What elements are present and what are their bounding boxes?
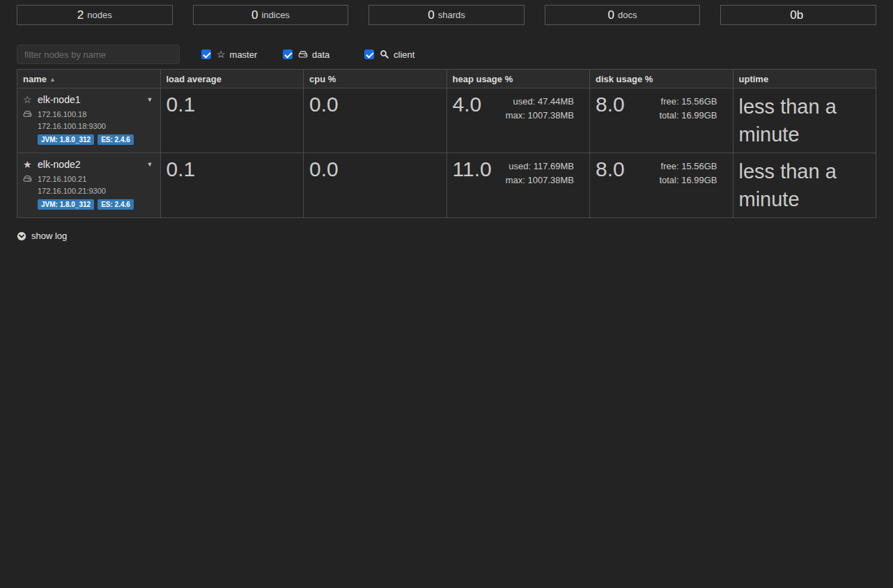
cpu-value: 0.0 [309,93,441,117]
column-header-cpu[interactable]: cpu % [304,70,447,88]
load-average-cell: 0.1 [160,88,304,153]
node-name[interactable]: elk-node2 [38,159,81,170]
chevron-circle-down-icon [17,231,26,241]
cpu-value: 0.0 [309,157,441,182]
heap-detail: used: 117.69MB max: 1007.38MB [506,160,584,187]
stat-value: 0 [251,8,258,22]
nodes-table: name▲ load average cpu % heap usage % di… [17,69,876,218]
heap-used: used: 47.44MB [506,95,574,109]
chevron-down-icon[interactable]: ▼ [147,96,155,103]
stat-box-docs[interactable]: 0 docs [545,5,701,25]
node-badges: JVM: 1.8.0_312 ES: 2.4.6 [23,134,155,145]
stat-box-shards[interactable]: 0 shards [368,5,525,25]
disk-free: free: 15.56GB [659,160,717,173]
hdd-icon [23,109,38,118]
node-transport-address: 172.16.100.18:9300 [23,122,155,130]
node-row-elk-node2: ★ elk-node2 ▼ 172.16.100.21 [17,153,876,218]
es-version-badge: ES: 2.4.6 [98,199,134,210]
column-header-uptime[interactable]: uptime [733,70,876,88]
stat-box-nodes[interactable]: 2 nodes [17,5,173,25]
heap-max: max: 1007.38MB [506,173,574,187]
stat-label: nodes [87,10,111,20]
node-ip: 172.16.100.21 [38,175,86,183]
jvm-version-badge: JVM: 1.8.0_312 [38,134,94,145]
disk-usage-cell: 8.0 free: 15.56GB total: 16.99GB [590,88,733,153]
column-header-label: name [23,74,47,84]
sort-asc-icon: ▲ [49,76,56,83]
cpu-cell: 0.0 [304,88,447,153]
column-header-label: heap usage % [453,74,513,84]
column-header-disk-usage[interactable]: disk usage % [590,70,733,88]
filter-client-label: client [394,49,414,60]
column-header-label: load average [166,74,222,84]
uptime-cell: less than a minute [733,153,876,218]
node-name-cell: ★ elk-node2 ▼ 172.16.100.21 [17,153,161,218]
column-header-load-average[interactable]: load average [160,70,304,88]
es-version-badge: ES: 2.4.6 [98,134,134,145]
node-ip-line: 172.16.100.18 [23,109,155,118]
checkbox-checked-icon[interactable] [364,49,374,59]
star-filled-icon: ★ [23,159,38,170]
node-transport-address: 172.16.100.21:9300 [23,187,155,195]
stat-value: 2 [77,8,84,22]
uptime-value: less than a minute [739,157,871,213]
node-ip-line: 172.16.100.21 [23,174,155,183]
stat-label: shards [438,10,465,20]
heap-max: max: 1007.38MB [506,109,574,123]
column-header-label: cpu % [309,74,336,84]
table-header-row: name▲ load average cpu % heap usage % di… [17,70,876,88]
heap-detail: used: 47.44MB max: 1007.38MB [506,95,584,123]
stat-label: docs [618,10,637,20]
node-title[interactable]: ★ elk-node2 ▼ [23,159,155,170]
stat-label: indices [261,10,289,20]
star-icon: ☆ [217,49,226,59]
node-name[interactable]: elk-node1 [38,94,81,105]
disk-pct-value: 8.0 [596,93,625,117]
node-ip: 172.16.100.18 [38,110,86,118]
node-title[interactable]: ☆ elk-node1 ▼ [23,94,155,105]
heap-usage-cell: 11.0 used: 117.69MB max: 1007.38MB [446,153,590,218]
hdd-icon [298,49,308,59]
disk-total: total: 16.99GB [659,173,717,187]
filter-data-checkbox[interactable]: data [283,49,364,60]
heap-pct-value: 11.0 [453,157,492,182]
jvm-version-badge: JVM: 1.8.0_312 [38,199,94,210]
chevron-down-icon[interactable]: ▼ [147,161,155,168]
node-row-elk-node1: ☆ elk-node1 ▼ 172.16.100.18 [17,88,876,153]
filter-master-label: master [230,49,258,60]
disk-total: total: 16.99GB [659,109,717,123]
disk-free: free: 15.56GB [659,95,717,109]
disk-detail: free: 15.56GB total: 16.99GB [659,95,727,123]
filter-data-label: data [312,49,329,60]
filter-row: ☆ master data clie [17,45,876,64]
stat-value: 0 [608,8,614,22]
column-header-name[interactable]: name▲ [17,70,161,88]
stat-value: 0b [790,8,803,22]
cpu-cell: 0.0 [304,153,447,218]
column-header-label: disk usage % [596,74,653,84]
checkbox-checked-icon[interactable] [283,49,293,59]
node-badges: JVM: 1.8.0_312 ES: 2.4.6 [23,199,155,210]
filter-master-checkbox[interactable]: ☆ master [201,49,283,60]
stat-value: 0 [428,8,434,22]
uptime-cell: less than a minute [733,88,876,153]
node-role-filters: ☆ master data clie [201,49,446,60]
disk-pct-value: 8.0 [596,157,625,182]
show-log-label: show log [31,231,67,241]
hdd-icon [23,174,38,183]
uptime-value: less than a minute [739,93,871,148]
checkbox-checked-icon[interactable] [201,49,211,59]
stat-box-indices[interactable]: 0 indices [193,5,349,25]
column-header-heap-usage[interactable]: heap usage % [446,70,590,88]
heap-pct-value: 4.0 [453,93,482,117]
column-header-label: uptime [739,74,769,84]
show-log-toggle[interactable]: show log [17,231,67,241]
stat-box-size[interactable]: 0b [720,5,876,25]
disk-usage-cell: 8.0 free: 15.56GB total: 16.99GB [590,153,733,218]
disk-detail: free: 15.56GB total: 16.99GB [659,160,727,187]
star-outline-icon: ☆ [23,94,38,105]
filter-nodes-input[interactable] [17,45,180,64]
load-average-value: 0.1 [166,93,298,117]
stats-row: 2 nodes 0 indices 0 shards 0 docs 0b [17,5,876,25]
filter-client-checkbox[interactable]: client [364,49,446,60]
